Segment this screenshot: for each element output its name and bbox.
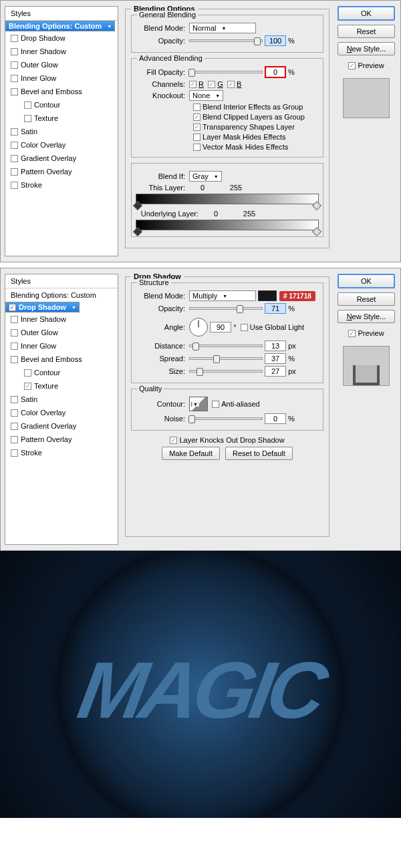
- new-style-button[interactable]: New Style...: [338, 310, 395, 323]
- blend-mode-select[interactable]: Multiply: [189, 290, 256, 301]
- style-checkbox[interactable]: [11, 436, 18, 443]
- style-checkbox[interactable]: [11, 35, 18, 42]
- sidebar-item[interactable]: Drop Shadow: [5, 302, 80, 312]
- sidebar-item[interactable]: Blending Options: Custom: [5, 288, 118, 302]
- sidebar-item[interactable]: Outer Glow: [5, 58, 118, 71]
- sidebar-item[interactable]: Pattern Overlay: [5, 433, 118, 446]
- sidebar-item[interactable]: Texture: [5, 379, 118, 393]
- noise-input[interactable]: 0: [265, 413, 286, 424]
- style-checkbox[interactable]: [24, 115, 31, 122]
- sidebar-item-label: Outer Glow: [21, 61, 58, 69]
- ok-button[interactable]: OK: [338, 274, 395, 288]
- style-checkbox[interactable]: [11, 329, 18, 337]
- sidebar-item[interactable]: Blending Options: Custom: [5, 21, 115, 31]
- sidebar-item[interactable]: Inner Shadow: [5, 45, 118, 58]
- new-style-button[interactable]: New Style...: [338, 42, 395, 55]
- sidebar-item[interactable]: Inner Glow: [5, 339, 118, 353]
- opacity-input[interactable]: 71: [265, 303, 286, 314]
- angle-input[interactable]: 90: [210, 322, 231, 333]
- reset-button[interactable]: Reset: [338, 25, 395, 38]
- make-default-button[interactable]: Make Default: [162, 447, 220, 460]
- fill-opacity-input[interactable]: 0: [265, 66, 286, 78]
- sidebar-item[interactable]: Inner Glow: [5, 71, 118, 85]
- style-checkbox[interactable]: [11, 356, 18, 363]
- style-checkbox[interactable]: [24, 101, 31, 109]
- style-checkbox[interactable]: [11, 61, 18, 69]
- reset-button[interactable]: Reset: [338, 292, 395, 306]
- anti-aliased-checkbox[interactable]: [212, 401, 219, 408]
- underlying-layer-gradient[interactable]: [136, 220, 319, 230]
- blending-options-group: Blending Options General Blending Blend …: [125, 9, 329, 248]
- opacity-slider[interactable]: [189, 307, 263, 310]
- style-checkbox[interactable]: [11, 316, 18, 323]
- sidebar-item[interactable]: Outer Glow: [5, 326, 118, 339]
- vector-mask-hides-checkbox[interactable]: [193, 144, 200, 151]
- knockout-select[interactable]: None: [189, 90, 223, 101]
- sidebar-item[interactable]: Bevel and Emboss: [5, 85, 118, 98]
- general-blending: General Blending Blend Mode:Normal Opaci…: [131, 15, 323, 53]
- sidebar-item[interactable]: Contour: [5, 98, 118, 112]
- sidebar-item[interactable]: Bevel and Emboss: [5, 353, 118, 366]
- sidebar-item[interactable]: Texture: [5, 112, 118, 125]
- ok-button[interactable]: OK: [338, 6, 395, 21]
- opacity-slider[interactable]: [189, 39, 263, 42]
- layer-mask-hides-checkbox[interactable]: [193, 134, 200, 141]
- contour-picker[interactable]: [189, 397, 208, 411]
- style-checkbox[interactable]: [11, 88, 18, 95]
- channel-b-checkbox[interactable]: [227, 81, 235, 88]
- sidebar-item-label: Bevel and Emboss: [21, 87, 82, 95]
- style-checkbox[interactable]: [11, 396, 18, 403]
- style-checkbox[interactable]: [11, 48, 18, 55]
- sidebar-item[interactable]: Stroke: [5, 446, 118, 459]
- sidebar-item[interactable]: Color Overlay: [5, 138, 118, 152]
- sidebar-item[interactable]: Contour: [5, 366, 118, 379]
- sidebar-item[interactable]: Stroke: [5, 178, 118, 192]
- sidebar-item[interactable]: Gradient Overlay: [5, 419, 118, 433]
- sidebar-item[interactable]: Color Overlay: [5, 406, 118, 419]
- size-input[interactable]: 27: [265, 366, 286, 377]
- style-checkbox[interactable]: [11, 142, 18, 149]
- blend-clipped-checkbox[interactable]: [193, 114, 200, 121]
- blend-if-select[interactable]: Gray: [189, 171, 222, 182]
- style-checkbox[interactable]: [11, 343, 18, 350]
- distance-slider[interactable]: [189, 345, 263, 347]
- preview-checkbox[interactable]: [348, 330, 356, 337]
- blend-interior-checkbox[interactable]: [193, 103, 200, 111]
- spread-slider[interactable]: [189, 357, 263, 360]
- blend-mode-select[interactable]: Normal: [189, 23, 256, 33]
- reset-default-button[interactable]: Reset to Default: [225, 447, 293, 460]
- sidebar-item[interactable]: Gradient Overlay: [5, 152, 118, 165]
- angle-dial[interactable]: [189, 318, 208, 337]
- sidebar-item[interactable]: Inner Shadow: [5, 312, 118, 326]
- fill-opacity-slider[interactable]: [189, 71, 263, 73]
- style-checkbox[interactable]: [24, 383, 31, 390]
- style-checkbox[interactable]: [11, 449, 18, 457]
- style-checkbox[interactable]: [24, 369, 31, 377]
- style-checkbox[interactable]: [11, 409, 18, 417]
- sidebar-item[interactable]: Pattern Overlay: [5, 165, 118, 178]
- distance-input[interactable]: 13: [265, 341, 286, 351]
- size-slider[interactable]: [189, 370, 263, 373]
- channel-g-checkbox[interactable]: [208, 81, 215, 88]
- blend-if: Blend If:Gray This Layer:0255 Underlying…: [131, 163, 323, 237]
- sidebar-item[interactable]: Satin: [5, 125, 118, 138]
- style-checkbox[interactable]: [11, 182, 18, 189]
- noise-slider[interactable]: [189, 417, 263, 420]
- this-layer-gradient[interactable]: [136, 194, 319, 204]
- preview-checkbox[interactable]: [348, 62, 356, 69]
- style-checkbox[interactable]: [11, 168, 18, 176]
- global-light-checkbox[interactable]: [241, 324, 248, 331]
- spread-input[interactable]: 37: [265, 353, 286, 364]
- channel-r-checkbox[interactable]: [189, 81, 196, 88]
- transparency-shapes-checkbox[interactable]: [193, 124, 200, 131]
- color-swatch[interactable]: [258, 290, 277, 301]
- style-checkbox[interactable]: [11, 75, 18, 82]
- style-checkbox[interactable]: [11, 128, 18, 136]
- layer-knocks-out-checkbox[interactable]: [170, 437, 177, 444]
- style-checkbox[interactable]: [9, 304, 16, 311]
- opacity-input[interactable]: 100: [265, 35, 286, 46]
- style-checkbox[interactable]: [11, 155, 18, 162]
- style-checkbox[interactable]: [11, 423, 18, 430]
- sidebar-item[interactable]: Satin: [5, 393, 118, 406]
- sidebar-item[interactable]: Drop Shadow: [5, 31, 118, 45]
